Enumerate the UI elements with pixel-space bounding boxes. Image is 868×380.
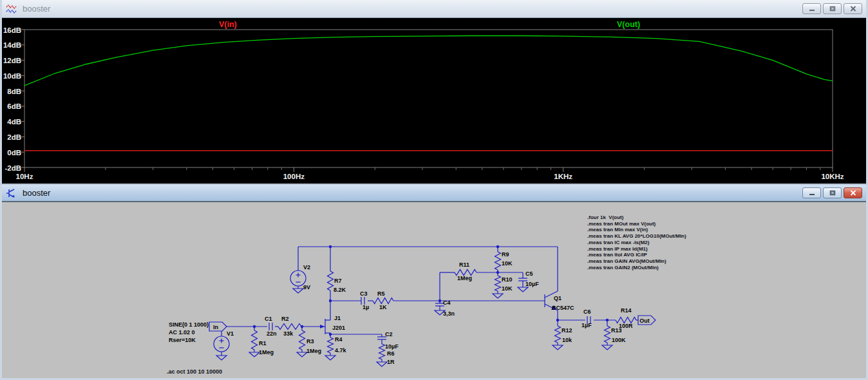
junction-dot bbox=[253, 325, 256, 328]
component-name: R1 bbox=[259, 340, 267, 347]
component-V2[interactable]: V29V bbox=[290, 264, 310, 293]
component-name: C5 bbox=[525, 271, 533, 277]
minimize-button[interactable] bbox=[802, 3, 821, 14]
component-J1[interactable]: J1J201 bbox=[302, 301, 345, 334]
legend-trace-V(out)[interactable]: V(out) bbox=[617, 20, 640, 29]
component-value: 1Meg bbox=[457, 275, 472, 281]
junction-dot bbox=[496, 271, 499, 274]
ltspice-desktop: booster 16dB14dB12dB10dB8dB6dB4dB2dB0dB-… bbox=[0, 0, 868, 380]
component-name: C1 bbox=[265, 316, 272, 322]
component-name: C4 bbox=[443, 299, 451, 306]
component-R4[interactable]: R44.7k bbox=[325, 334, 347, 360]
component-name: R4 bbox=[335, 336, 343, 343]
y-axis-tick-label: -2dB bbox=[5, 164, 21, 172]
component-name: R6 bbox=[387, 350, 395, 357]
junction-dot bbox=[606, 319, 609, 321]
bode-plot-canvas: 16dB14dB12dB10dB8dB6dB4dB2dB0dB-2dB10Hz1… bbox=[2, 18, 866, 184]
component-name: V2 bbox=[303, 264, 310, 271]
component-value: 100R bbox=[619, 323, 633, 329]
component-C4[interactable]: C43,3n bbox=[435, 299, 455, 317]
component-name: Q1 bbox=[554, 295, 561, 301]
plot-window-title: booster bbox=[23, 4, 50, 14]
component-value: 10K bbox=[502, 260, 513, 267]
component-R11[interactable]: R111Meg bbox=[455, 261, 476, 281]
component-C6[interactable]: C61µF bbox=[581, 309, 592, 328]
x-axis-tick-label: 100Hz bbox=[283, 173, 305, 180]
x-axis-tick-label: 1KHz bbox=[554, 173, 572, 180]
component-R14[interactable]: R14100R bbox=[616, 307, 636, 329]
y-axis-tick-label: 16dB bbox=[3, 26, 21, 34]
junction-dot bbox=[329, 299, 332, 302]
close-icon bbox=[850, 6, 856, 12]
minimize-button[interactable] bbox=[802, 187, 821, 198]
component-C5[interactable]: C510µF bbox=[518, 271, 539, 292]
schematic-canvas: V1SINE(0 1 1000)AC 1.02 0Rser=10KInR11Me… bbox=[2, 202, 866, 378]
port-out[interactable]: Out bbox=[638, 316, 656, 325]
y-axis-tick-label: 14dB bbox=[3, 41, 21, 49]
component-value: 1Meg bbox=[307, 348, 321, 354]
junction-dot bbox=[329, 333, 332, 336]
component-value: 10µF bbox=[525, 281, 539, 287]
junction-dot bbox=[496, 245, 499, 248]
spice-directive-line: .meas tran GAIN AVG(MOut/MIn) bbox=[587, 258, 666, 264]
component-value: 8.2K bbox=[334, 287, 346, 293]
component-name: R11 bbox=[459, 261, 469, 268]
schematic-window: booster V1SINE(0 1 1000)AC 1.02 0Rser=10… bbox=[0, 184, 868, 380]
spice-directive-line: .four 1k V(out) bbox=[587, 214, 624, 220]
component-R10[interactable]: R1010K bbox=[493, 272, 513, 298]
component-name: R7 bbox=[334, 278, 342, 284]
plot-legend: V(in)V(out) bbox=[219, 20, 640, 29]
restore-button[interactable] bbox=[823, 187, 842, 198]
component-value: 9V bbox=[303, 284, 310, 290]
component-value: 1µ bbox=[363, 304, 369, 310]
spice-directive-line: .meas tran IP max Id(M1) bbox=[587, 246, 648, 252]
component-value: 22n bbox=[267, 330, 277, 337]
component-name: C2 bbox=[385, 331, 393, 337]
port-label: In bbox=[213, 324, 218, 330]
component-value: 10K bbox=[502, 285, 513, 292]
component-name: R14 bbox=[621, 307, 632, 314]
close-button[interactable] bbox=[844, 187, 862, 198]
component-value: 10µF bbox=[385, 343, 399, 350]
component-R5[interactable]: R51K bbox=[373, 290, 393, 310]
schematic-window-titlebar[interactable]: booster bbox=[2, 185, 866, 202]
component-value: 100K bbox=[612, 337, 626, 343]
plot-window-titlebar[interactable]: booster bbox=[2, 0, 866, 18]
minimize-icon bbox=[809, 6, 815, 12]
y-axis-tick-label: 0dB bbox=[7, 149, 21, 157]
component-R2[interactable]: R233k bbox=[278, 316, 301, 337]
v1-annotation[interactable]: SINE(0 1 1000)AC 1.02 0Rser=10K bbox=[169, 321, 209, 343]
component-V1[interactable]: V1 bbox=[214, 330, 234, 360]
component-R3[interactable]: R31Meg bbox=[297, 327, 321, 357]
annotation-line: SINE(0 1 1000) bbox=[169, 321, 209, 328]
component-Q1[interactable]: Q1BC547C bbox=[545, 291, 574, 311]
component-name: C6 bbox=[583, 309, 591, 315]
component-R9[interactable]: R910K bbox=[495, 247, 513, 272]
spice-directive-line: .meas tran IC max -Is(M2) bbox=[587, 240, 650, 245]
spice-directive-line: .meas tran KL AVG 20*LOG10(MOut/MIn) bbox=[587, 233, 686, 239]
y-axis-tick-label: 2dB bbox=[7, 133, 21, 141]
close-button[interactable] bbox=[844, 3, 862, 14]
component-name: R10 bbox=[502, 276, 513, 283]
component-value: J201 bbox=[332, 325, 345, 331]
legend-trace-V(in)[interactable]: V(in) bbox=[219, 20, 237, 29]
spice-directives[interactable]: .four 1k V(out).meas tran MOut max V(out… bbox=[587, 214, 686, 271]
component-R12[interactable]: R1210k bbox=[552, 320, 572, 350]
component-value: 3,3n bbox=[443, 310, 455, 317]
component-value: BC547C bbox=[552, 305, 574, 311]
component-R7[interactable]: R78.2K bbox=[328, 247, 346, 301]
spice-directive-line: .meas tran ItoI AVG IC/IP bbox=[587, 252, 648, 258]
trace-V(out) bbox=[24, 36, 833, 86]
restore-icon bbox=[829, 190, 836, 196]
restore-button[interactable] bbox=[823, 3, 842, 14]
y-axis-tick-label: 10dB bbox=[3, 72, 21, 80]
schematic-window-icon bbox=[6, 188, 17, 198]
component-value: 33k bbox=[283, 330, 294, 337]
spice-directive-line: .meas tran MOut max V(out) bbox=[587, 221, 656, 227]
spice-directive-line: .meas tran GAIN2 (MOut/MIn) bbox=[587, 265, 659, 271]
schematic-svg: V1SINE(0 1 1000)AC 1.02 0Rser=10KInR11Me… bbox=[2, 202, 866, 378]
analysis-directive[interactable]: .ac oct 100 10 10000 bbox=[167, 368, 222, 375]
junction-dot bbox=[301, 325, 303, 328]
y-axis-tick-label: 4dB bbox=[7, 118, 21, 126]
port-in[interactable]: In bbox=[209, 322, 227, 331]
